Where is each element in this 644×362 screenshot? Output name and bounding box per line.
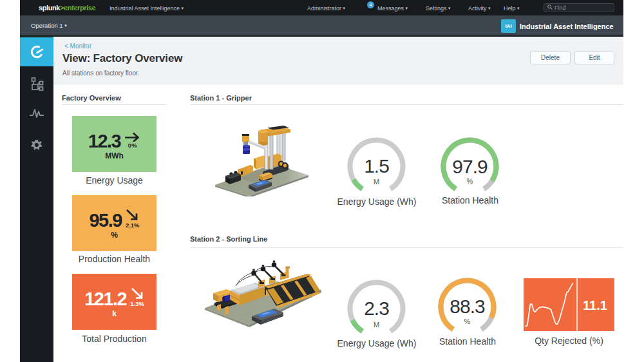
svg-text:11.1: 11.1 xyxy=(583,298,607,312)
